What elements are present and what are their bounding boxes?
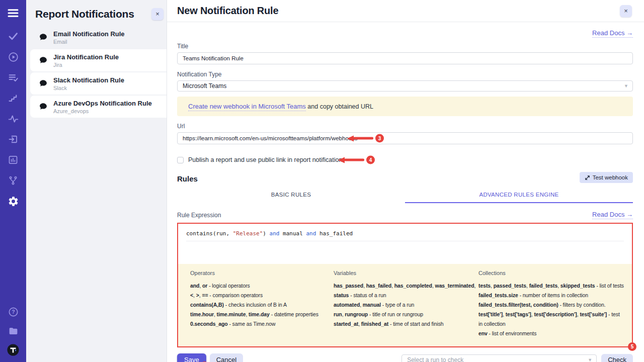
panel-close-button[interactable]: × <box>151 8 164 20</box>
rule-item-subtitle: Slack <box>53 85 124 91</box>
notification-type-select[interactable]: Microsoft Teams ▼ <box>177 80 633 92</box>
read-docs-link-rules[interactable]: Read Docs → <box>592 211 633 219</box>
help-column-header: Operators <box>190 270 334 276</box>
notification-rule-form: Read Docs → Title Notification Type Micr… <box>167 28 644 362</box>
icon-sidebar: ? <box>0 0 26 362</box>
list-item[interactable]: Email Notification RuleEmail <box>30 26 167 48</box>
url-label: Url <box>177 123 633 130</box>
rule-item-title: Email Notification Rule <box>53 30 125 38</box>
cancel-button[interactable]: Cancel <box>210 353 243 362</box>
rule-item-subtitle: Azure_devops <box>53 108 152 114</box>
rule-expression-label: Rule Expression <box>177 212 221 219</box>
speech-bubble-icon <box>39 102 48 111</box>
publish-report-label: Publish a report and use public link in … <box>188 156 342 163</box>
speech-bubble-icon <box>39 56 48 65</box>
steps-icon[interactable] <box>7 92 19 104</box>
help-item: test['title'], test['tags'], test['descr… <box>478 310 627 319</box>
page-title: New Notification Rule <box>177 5 278 17</box>
tab-advanced-rules-engine[interactable]: ADVANCED RULES ENGINE <box>405 188 633 203</box>
annotation-arrow-4: 4 <box>338 156 375 164</box>
help-column-operators: Operatorsand, or - logical operators<, >… <box>190 270 334 338</box>
logo-t-avatar[interactable] <box>7 344 19 356</box>
rule-item-subtitle: Jira <box>53 62 119 68</box>
rules-heading: Rules <box>177 174 198 183</box>
help-item: <, >, == - comparison operators <box>190 291 334 300</box>
rule-expression-code: contains(run, "Release") and manual and … <box>186 230 624 241</box>
bar-chart-icon[interactable] <box>7 154 19 166</box>
help-item: automated, manual - type of a run <box>334 300 478 310</box>
create-webhook-link[interactable]: Create new webhook in Microsoft Teams <box>188 103 306 111</box>
check-button[interactable]: Check <box>601 354 633 362</box>
publish-report-checkbox[interactable] <box>177 157 184 163</box>
menu-icon[interactable] <box>7 7 19 19</box>
annotation-badge-4: 4 <box>366 156 375 164</box>
chevron-down-icon: ▼ <box>624 83 628 88</box>
help-column-variables: Variableshas_passed, has_failed, has_com… <box>334 270 478 338</box>
notification-type-label: Notification Type <box>177 71 633 78</box>
settings-gear-icon[interactable] <box>7 195 19 207</box>
svg-text:?: ? <box>12 309 15 315</box>
red-arrow-left-icon <box>347 135 373 141</box>
tab-basic-rules[interactable]: BASIC RULES <box>177 188 405 203</box>
list-item[interactable]: Slack Notification RuleSlack <box>30 72 167 95</box>
rule-item-title: Slack Notification Rule <box>53 76 124 84</box>
speech-bubble-icon <box>39 33 48 42</box>
list-check-icon[interactable] <box>7 71 19 83</box>
help-item: started_at, finished_at - time of start … <box>334 319 478 329</box>
rule-item-subtitle: Email <box>53 39 125 45</box>
panel-title: Report Notifications <box>35 8 134 20</box>
notification-rule-list: Email Notification RuleEmailJira Notific… <box>26 26 167 118</box>
main-header: New Notification Rule × <box>167 0 644 22</box>
help-column-header: Variables <box>334 270 478 276</box>
test-webhook-button[interactable]: Test webhook <box>580 172 633 183</box>
expression-help-box: Operatorsand, or - logical operators<, >… <box>178 264 632 346</box>
annotation-box-5: contains(run, "Release") and manual and … <box>177 223 633 347</box>
help-item: failed_tests.filter(test, condition) - f… <box>478 300 627 310</box>
help-column-header: Collections <box>478 270 627 276</box>
help-item: env - list of environments <box>478 329 627 338</box>
help-item: contains(A,B) - checks inclusion of B in… <box>190 300 334 310</box>
import-icon[interactable] <box>7 133 19 145</box>
activity-icon[interactable] <box>7 113 19 125</box>
annotation-badge-5: 5 <box>628 342 636 351</box>
help-item: time.hour, time.minute, time.day - datet… <box>190 310 334 319</box>
report-notifications-panel: Report Notifications × Email Notificatio… <box>26 0 167 362</box>
help-column-collections: Collectionstests, passed_tests, failed_t… <box>478 270 627 338</box>
title-input[interactable] <box>177 52 633 64</box>
title-label: Title <box>177 43 633 50</box>
help-icon[interactable]: ? <box>7 306 19 318</box>
help-item: 0.seconds_ago - same as Time.now <box>190 319 334 329</box>
help-item: in collection <box>478 319 627 329</box>
run-select-dropdown[interactable]: Select a run to check ▼ <box>401 354 597 362</box>
main-close-button[interactable]: × <box>620 5 632 17</box>
red-arrow-left-icon <box>338 157 364 163</box>
list-item[interactable]: Azure DevOps Notification RuleAzure_devo… <box>30 96 167 118</box>
speech-bubble-icon <box>39 79 48 88</box>
url-input[interactable] <box>177 132 633 144</box>
chevron-down-icon: ▼ <box>588 357 592 362</box>
annotation-arrow-3: 3 <box>347 134 384 143</box>
play-circle-icon[interactable] <box>7 51 19 63</box>
annotation-badge-3: 3 <box>375 134 384 143</box>
check-icon[interactable] <box>7 30 19 42</box>
rule-expression-editor[interactable]: contains(run, "Release") and manual and … <box>178 224 632 264</box>
help-item: and, or - logical operators <box>190 281 334 291</box>
help-item: has_passed, has_failed, has_completed, w… <box>334 281 478 291</box>
folder-icon[interactable] <box>7 325 19 337</box>
help-item: tests, passed_tests, failed_tests, skipp… <box>478 281 627 291</box>
run-select-placeholder: Select a run to check <box>407 356 463 362</box>
save-button[interactable]: Save 6 <box>177 353 206 362</box>
read-docs-link-top[interactable]: Read Docs → <box>592 29 633 38</box>
list-item[interactable]: Jira Notification RuleJira <box>30 49 167 71</box>
branch-icon[interactable] <box>7 174 19 187</box>
help-item: status - status of a run <box>334 291 478 300</box>
help-item: run, rungroup - title of run or rungroup <box>334 310 478 319</box>
main-content: New Notification Rule × Read Docs → Titl… <box>167 0 644 362</box>
help-item: failed_tests.size - number of items in c… <box>478 291 627 300</box>
test-webhook-icon <box>585 175 590 180</box>
rule-item-title: Azure DevOps Notification Rule <box>53 100 152 107</box>
notification-type-value: Microsoft Teams <box>183 82 226 89</box>
webhook-info-text: and copy obtained URL <box>306 103 373 110</box>
app-window: ? Report Notifications × Email Notificat… <box>0 0 644 362</box>
webhook-info-box: Create new webhook in Microsoft Teams an… <box>177 97 633 116</box>
